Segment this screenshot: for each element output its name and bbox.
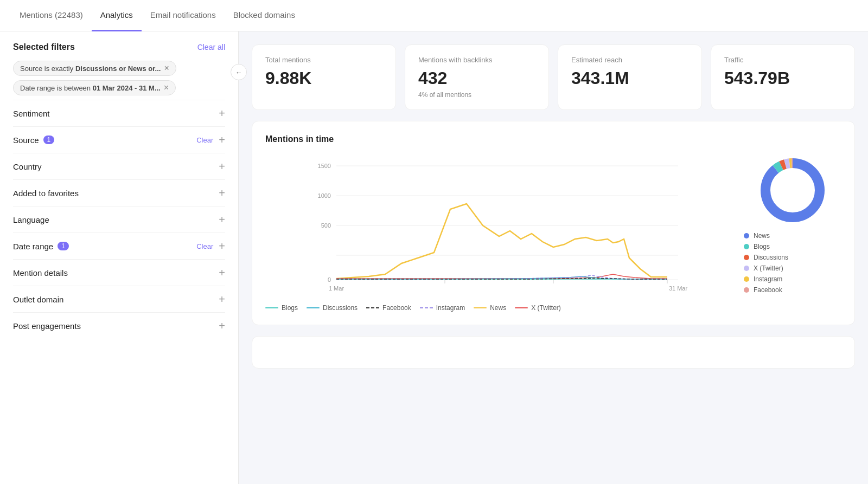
sidebar-collapse-button[interactable]: ← xyxy=(231,64,247,80)
metric-backlinks: Mentions with backlinks 432 4% of all me… xyxy=(405,44,549,110)
xtwitter-legend-label: X (Twitter) xyxy=(531,304,561,312)
country-label: Country xyxy=(13,162,42,171)
donut-legend: News Blogs Discussions X (Twitter) xyxy=(744,232,841,297)
daterange-clear-btn[interactable]: Clear xyxy=(196,242,213,250)
line-chart-area: 1500 1000 500 0 1 Mar 31 Mar xyxy=(265,155,733,312)
donut-instagram-label: Instagram xyxy=(754,275,782,283)
tab-analytics[interactable]: Analytics xyxy=(92,0,142,31)
source-chip-text: Source is exactly Discussions or News or… xyxy=(20,64,161,73)
donut-facebook-label: Facebook xyxy=(754,286,782,294)
svg-text:31 Mar: 31 Mar xyxy=(669,285,688,292)
chart-legend: Blogs Discussions Facebook Instagra xyxy=(265,304,733,312)
instagram-legend-line xyxy=(420,307,433,308)
legend-discussions: Discussions xyxy=(307,304,358,312)
sentiment-label: Sentiment xyxy=(13,109,50,118)
donut-instagram-dot xyxy=(744,276,749,282)
bottom-card xyxy=(252,336,855,369)
sidebar: Selected filters Clear all Source is exa… xyxy=(0,31,239,484)
post-engagements-expand-icon: + xyxy=(219,320,225,331)
legend-facebook: Facebook xyxy=(366,304,411,312)
news-legend-label: News xyxy=(490,304,506,312)
donut-area: News Blogs Discussions X (Twitter) xyxy=(744,155,841,297)
clear-all-button[interactable]: Clear all xyxy=(197,43,225,51)
source-chip-remove[interactable]: × xyxy=(164,64,169,73)
donut-xtwitter-dot xyxy=(744,266,749,271)
chart-container: 1500 1000 500 0 1 Mar 31 Mar xyxy=(265,155,841,312)
tab-blocked[interactable]: Blocked domains xyxy=(225,0,304,31)
filter-chips: Source is exactly Discussions or News or… xyxy=(13,61,225,100)
donut-news: News xyxy=(744,232,841,240)
metric-reach: Estimated reach 343.1M xyxy=(558,44,702,110)
content-area: Total mentions 9.88K Mentions with backl… xyxy=(239,31,868,484)
tab-email[interactable]: Email notifications xyxy=(142,0,225,31)
discussions-legend-label: Discussions xyxy=(323,304,358,312)
donut-xtwitter: X (Twitter) xyxy=(744,264,841,272)
backlinks-sub: 4% of all mentions xyxy=(418,91,535,99)
line-chart-svg: 1500 1000 500 0 1 Mar 31 Mar xyxy=(265,155,733,296)
chart-card: Mentions in time 1500 1000 500 xyxy=(252,121,855,325)
tab-analytics-label: Analytics xyxy=(100,10,133,20)
language-label: Language xyxy=(13,215,49,224)
daterange-expand-icon: + xyxy=(219,241,225,251)
donut-news-label: News xyxy=(754,232,770,240)
metric-total-mentions: Total mentions 9.88K xyxy=(252,44,396,110)
facebook-legend-line xyxy=(366,307,379,308)
traffic-value: 543.79B xyxy=(724,69,841,87)
svg-text:1 Mar: 1 Mar xyxy=(329,285,344,292)
source-expand-icon: + xyxy=(219,134,225,145)
instagram-legend-label: Instagram xyxy=(436,304,465,312)
donut-blogs-dot xyxy=(744,244,749,249)
favorites-label: Added to favorites xyxy=(13,189,79,198)
tab-mentions-label: Mentions (22483) xyxy=(20,10,83,20)
donut-chart-svg xyxy=(757,155,828,225)
legend-instagram: Instagram xyxy=(420,304,465,312)
filter-favorites[interactable]: Added to favorites + xyxy=(13,179,225,206)
country-expand-icon: + xyxy=(219,161,225,172)
discussions-legend-line xyxy=(307,307,320,308)
legend-xtwitter: X (Twitter) xyxy=(515,304,561,312)
donut-instagram: Instagram xyxy=(744,275,841,283)
svg-text:1500: 1500 xyxy=(318,163,331,169)
filter-daterange[interactable]: Date range 1 Clear + xyxy=(13,233,225,259)
filter-mention-details[interactable]: Mention details + xyxy=(13,259,225,286)
outlet-domain-label: Outlet domain xyxy=(13,295,63,304)
source-clear-btn[interactable]: Clear xyxy=(196,136,213,144)
news-legend-line xyxy=(474,307,487,308)
total-mentions-label: Total mentions xyxy=(265,56,382,64)
donut-discussions-dot xyxy=(744,255,749,260)
total-mentions-value: 9.88K xyxy=(265,69,382,87)
sidebar-title: Selected filters xyxy=(13,42,75,52)
reach-value: 343.1M xyxy=(571,69,688,87)
filter-sentiment[interactable]: Sentiment + xyxy=(13,100,225,126)
filter-post-engagements[interactable]: Post engagements + xyxy=(13,312,225,339)
source-badge: 1 xyxy=(43,135,55,144)
legend-blogs: Blogs xyxy=(265,304,298,312)
date-chip-text: Date range is between 01 Mar 2024 - 31 M… xyxy=(20,84,161,92)
tab-blocked-label: Blocked domains xyxy=(233,10,295,20)
daterange-badge: 1 xyxy=(58,242,69,250)
tab-mentions[interactable]: Mentions (22483) xyxy=(11,0,92,31)
sentiment-expand-icon: + xyxy=(219,108,225,119)
filter-source[interactable]: Source 1 Clear + xyxy=(13,126,225,153)
filter-outlet-domain[interactable]: Outlet domain + xyxy=(13,286,225,312)
backlinks-value: 432 xyxy=(418,69,535,87)
metric-traffic: Traffic 543.79B xyxy=(711,44,855,110)
donut-discussions: Discussions xyxy=(744,254,841,261)
xtwitter-legend-line xyxy=(515,307,528,308)
donut-facebook: Facebook xyxy=(744,286,841,294)
mention-details-label: Mention details xyxy=(13,268,68,278)
donut-blogs-label: Blogs xyxy=(754,243,770,250)
svg-point-20 xyxy=(772,170,813,211)
donut-xtwitter-label: X (Twitter) xyxy=(754,264,783,272)
reach-label: Estimated reach xyxy=(571,56,688,64)
metrics-row: Total mentions 9.88K Mentions with backl… xyxy=(252,44,855,110)
date-filter-chip: Date range is between 01 Mar 2024 - 31 M… xyxy=(13,80,176,95)
traffic-label: Traffic xyxy=(724,56,841,64)
source-label: Source xyxy=(13,135,39,145)
legend-news: News xyxy=(474,304,506,312)
filter-language[interactable]: Language + xyxy=(13,206,225,233)
filter-country[interactable]: Country + xyxy=(13,153,225,179)
date-chip-remove[interactable]: × xyxy=(164,83,169,92)
source-filter-chip: Source is exactly Discussions or News or… xyxy=(13,61,176,76)
sidebar-header: Selected filters Clear all xyxy=(13,42,225,52)
